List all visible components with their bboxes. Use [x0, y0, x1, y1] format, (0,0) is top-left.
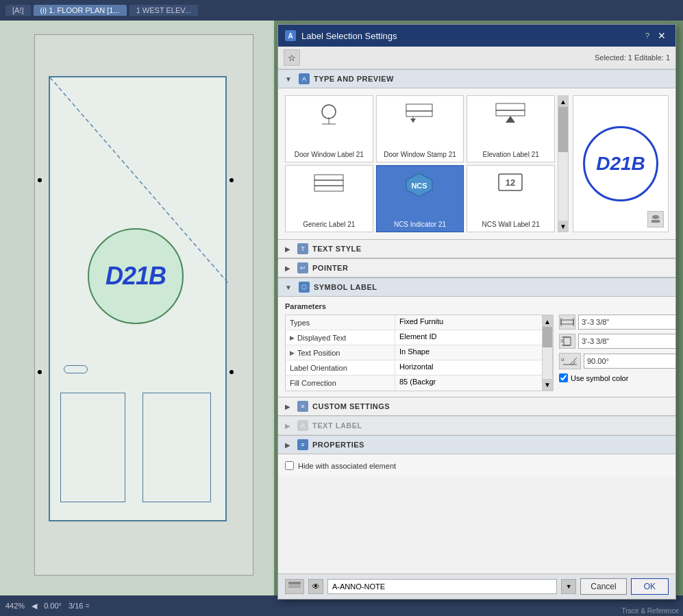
use-symbol-color-row: Use symbol color [559, 373, 669, 382]
chevron-type-preview: ▼ [285, 75, 292, 83]
symbol-label-title: SYMBOL LABEL [314, 283, 377, 291]
taskbar-tab-floorplan[interactable]: (i) 1. FLOOR PLAN [1... [34, 5, 127, 16]
taskbar: [A!] (i) 1. FLOOR PLAN [1... 1 WEST ELEV… [0, 0, 683, 21]
door-window-stamp-svg [401, 101, 438, 127]
dialog-title-buttons: ? ✕ [645, 29, 669, 42]
symbol-label-icon: ⬡ [299, 282, 310, 293]
svg-rect-8 [496, 103, 525, 110]
params-row-text-position[interactable]: ▶ Text Position In Shape [286, 345, 542, 360]
taskbar-tab-westelev[interactable]: 1 WEST ELEV... [129, 5, 198, 16]
svg-text:X: X [560, 338, 564, 343]
type-preview-area: D21B [573, 95, 669, 232]
text-label-title: TEXT LABEL [312, 421, 362, 430]
door-label: D21B [105, 262, 166, 291]
dimension-row-width: ▲ ▼ [559, 315, 669, 330]
text-label-icon: A [297, 420, 308, 431]
type-preview-content: Door Window Label 21 Door Wind [278, 88, 675, 239]
custom-settings-icon: ≡ [297, 401, 308, 412]
ok-button[interactable]: OK [631, 578, 669, 595]
type-item-label-3: Elevation Label 21 [483, 151, 539, 159]
width-icon [559, 315, 575, 330]
params-row-fill-correction: Fill Correction 85 (Backgr [286, 375, 542, 391]
corner-dot-br [229, 370, 234, 374]
properties-icon: ≡ [297, 439, 308, 450]
type-icon-door-window-stamp [399, 100, 440, 127]
type-scroll-up[interactable]: ▲ [558, 96, 568, 107]
section-symbol-label-header[interactable]: ▼ ⬡ SYMBOL LABEL [278, 278, 675, 297]
type-item-door-window-stamp[interactable]: Door Window Stamp 21 [376, 95, 464, 162]
expand-arrow-position: ▶ [290, 349, 295, 356]
width-input[interactable] [578, 315, 675, 330]
selected-info: Selected: 1 Editable: 1 [595, 53, 670, 62]
type-item-ncs-indicator[interactable]: NCS NCS Indicator 21 [376, 165, 464, 232]
door-panel-right [142, 393, 211, 502]
layer-toggle-button[interactable]: 👁 [308, 579, 323, 594]
dialog-body[interactable]: ▼ A TYPE AND PREVIEW [278, 69, 675, 574]
params-scroll-up[interactable]: ▲ [543, 316, 552, 327]
type-item-ncs-wall-label[interactable]: 12 NCS Wall Label 21 [467, 165, 555, 232]
hide-associated-label: Hide with associated element [298, 462, 396, 470]
type-item-door-window-label[interactable]: Door Window Label 21 [285, 95, 373, 162]
section-custom-settings-header[interactable]: ▶ ≡ CUSTOM SETTINGS [278, 397, 675, 416]
door-window-label-svg [310, 101, 348, 127]
status-arrow-left[interactable]: ◀ [32, 602, 37, 611]
params-row-types: Types Fixed Furnitu [286, 315, 542, 330]
svg-line-28 [570, 358, 577, 365]
cad-drawing-area: D21B [34, 34, 253, 576]
type-scroll-down[interactable]: ▼ [558, 221, 568, 232]
chevron-pointer: ▶ [285, 264, 290, 272]
angle-svg: α [560, 354, 580, 368]
dialog-title-left: A Label Selection Settings [285, 30, 397, 41]
label-selection-settings-dialog: A Label Selection Settings ? ✕ ☆ Selecte… [277, 24, 676, 600]
symbol-label-content: Parameters Types Fixed Furnitu ▶ Display… [278, 297, 675, 397]
section-type-preview-header[interactable]: ▼ A TYPE AND PREVIEW [278, 69, 675, 88]
chevron-symbol-label: ▼ [285, 284, 292, 291]
use-symbol-color-checkbox[interactable] [559, 373, 568, 382]
angle-icon: α [559, 353, 581, 369]
chevron-properties: ▶ [285, 441, 290, 449]
params-val-fill-correction: 85 (Backgr [395, 375, 542, 391]
params-row-displayed-text[interactable]: ▶ Displayed Text Element ID [286, 330, 542, 345]
layer-dropdown-button[interactable]: ▼ [561, 579, 576, 594]
section-properties-header[interactable]: ▶ ≡ PROPERTIES [278, 435, 675, 454]
type-item-elevation-label[interactable]: Elevation Label 21 [467, 95, 555, 162]
svg-rect-30 [288, 582, 301, 584]
type-grid-scrollbar[interactable]: ▲ ▼ [558, 95, 569, 232]
svg-marker-10 [506, 116, 515, 123]
type-item-generic-label[interactable]: Generic Label 21 [285, 165, 373, 232]
params-scroll-down[interactable]: ▼ [543, 379, 552, 390]
section-text-style-header[interactable]: ▶ T TEXT STYLE [278, 239, 675, 258]
door-handle [64, 365, 88, 373]
type-item-label-2: Door Window Stamp 21 [384, 151, 456, 159]
angle-input[interactable] [584, 354, 675, 369]
section-pointer-header[interactable]: ▶ ↩ POINTER [278, 258, 675, 278]
preview-circle: D21B [583, 126, 658, 201]
dialog-title: Label Selection Settings [301, 31, 397, 41]
hide-associated-checkbox[interactable] [285, 461, 294, 470]
ncs-indicator-svg: NCS [401, 171, 438, 197]
toolbar-star-button[interactable]: ☆ [284, 49, 300, 66]
type-icon-generic-label [308, 170, 349, 197]
height-icon: X [559, 334, 575, 349]
params-scroll-track [543, 327, 552, 379]
preview-edit-button[interactable] [647, 211, 664, 227]
type-icon-ncs-indicator: NCS [399, 170, 440, 197]
params-val-types: Fixed Furnitu [395, 315, 542, 330]
height-input[interactable] [578, 334, 675, 349]
dialog-close-button[interactable]: ✕ [655, 29, 669, 42]
help-label: ? [645, 32, 649, 40]
layer-icon [285, 579, 304, 594]
type-item-label-6: NCS Wall Label 21 [482, 221, 540, 229]
type-item-label-1: Door Window Label 21 [295, 151, 364, 159]
chevron-custom-settings: ▶ [285, 403, 290, 410]
cancel-button[interactable]: Cancel [580, 578, 626, 595]
svg-rect-20 [561, 320, 573, 324]
params-key-label-orientation: Label Orientation [286, 360, 395, 375]
params-table-container: Types Fixed Furnitu ▶ Displayed Text Ele… [285, 315, 554, 391]
taskbar-tab-all[interactable]: [A!] [5, 5, 31, 16]
layer-name-box: A-ANNO-NOTE [327, 579, 557, 594]
params-scrollbar[interactable]: ▲ ▼ [542, 315, 553, 391]
type-scroll-track [558, 107, 568, 221]
expand-arrow-displayed: ▶ [290, 334, 295, 341]
door-frame: D21B [49, 76, 227, 521]
